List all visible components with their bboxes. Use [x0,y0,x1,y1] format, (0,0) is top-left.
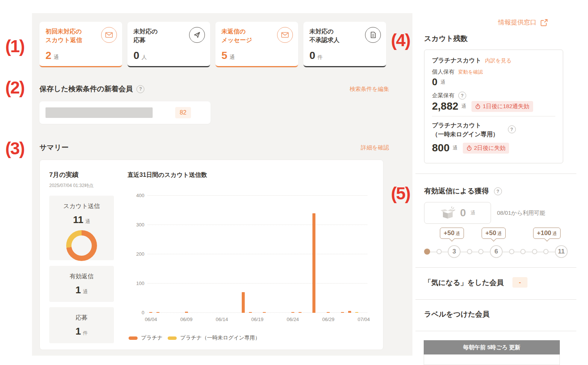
gridline: 0 [147,312,367,313]
saved-search-header: 保存した検索条件の新着会員 ? 検索条件を編集 [39,84,389,94]
card-unattended-applications[interactable]: 未対応の応募 0人 [127,22,210,67]
bar-06/25 [299,312,302,313]
stat-unit: 通 [85,218,90,225]
card-unit: 件 [318,54,323,61]
redacted-search-name [45,107,153,118]
summary-timestamp: 2025/07/04 01:32時点 [49,182,93,189]
stat-value: 1 [76,284,81,296]
stat-unit: 通 [83,288,88,295]
change-check-link[interactable]: 変動を確認 [458,69,483,75]
bar-06/27 [312,213,315,313]
help-icon[interactable]: ? [136,85,144,93]
progress-node [467,249,472,254]
temp-expiry-badge: 2日後に失効 [463,143,509,154]
y-axis-tick-label: 200 [128,251,144,257]
milestone-node-3: 3 [448,245,461,258]
kininaru-members-title: 「気になる」をした会員 - [424,277,527,288]
x-axis-tick-label: 06/04 [139,317,162,322]
legend-item-platinum-temp: プラチナ（一時未ログイン専用） [168,335,260,341]
kininaru-count-badge: - [512,277,527,288]
acquisition-value: 0 [460,207,466,219]
bar-06/09 [185,312,188,313]
help-icon[interactable]: ? [508,125,516,133]
new-members-count-badge: 82 [175,107,191,118]
labeled-members-title: ラベルをつけた会員 [424,309,489,319]
mail-icon [277,27,293,43]
milestone-progress-track: 3611 [424,245,568,258]
stat-unit: 件 [83,330,88,336]
saved-search-title: 保存した検索条件の新着会員 [39,84,133,94]
card-value: 2 [45,50,52,62]
bar-06/05 [156,312,159,313]
y-axis-tick-label: 400 [128,193,144,198]
x-axis-tick-label: 06/29 [317,317,339,322]
summary-title: サマリー [39,143,68,152]
progress-node [520,249,526,254]
acquisition-title: 有効返信による獲得 ? [424,186,502,196]
y-axis-tick-label: 0 [128,310,144,315]
card-value: 0 [133,50,139,62]
legend-item-platinum: プラチナ [129,335,162,341]
sidebar-divider [415,173,576,174]
gridline: 400 [147,195,367,196]
acquisition-unit: 通 [470,210,475,216]
sidebar-divider [415,299,576,300]
help-icon[interactable]: ? [494,187,502,195]
saved-search-row[interactable]: 82 [39,101,211,124]
chart-legend: プラチナ プラチナ（一時未ログイン専用） [129,335,260,341]
panel-divider [432,116,555,116]
milestone-badge-100: +100通 [533,228,561,239]
card-unit: 通 [230,54,235,61]
document-icon [365,27,381,43]
availability-note: 08/01から利用可能 [497,210,545,217]
sidebar-divider [415,331,576,331]
timer-icon [475,104,480,109]
progress-node [424,249,430,255]
scout-bar-chart: 010020030040006/0406/0906/1406/1906/2406… [147,196,367,313]
info-desk-link[interactable]: 情報提供窓口 [498,18,548,27]
scout-donut-chart [66,230,97,261]
x-axis-tick-label: 07/04 [353,317,375,322]
help-icon[interactable]: ? [458,92,466,100]
bar-06/18 [249,312,252,313]
progress-node [543,249,549,254]
gridline: 100 [147,283,367,284]
card-unreplied-messages[interactable]: 未返信のメッセージ 5通 [215,22,298,67]
card-unattended-scout-replies[interactable]: 初回未対応のスカウト返信 2通 [39,22,122,67]
card-value: 0 [309,50,315,62]
stat-value: 11 [73,214,83,226]
summary-detail-link[interactable]: 詳細を確認 [361,144,389,151]
x-axis-tick-label: 06/19 [246,317,269,322]
update-schedule-bar: 毎朝午前 5時ごろ 更新 [424,340,560,354]
bar-07/03 [355,312,358,313]
gift-box-icon [440,207,456,219]
annotation-3: (3) [5,138,24,158]
stat-label: スカウト送信 [49,202,114,210]
annotation-4: (4) [391,30,410,50]
bar-06/29 [327,312,330,313]
y-axis-tick-label: 300 [128,222,144,228]
temp-scout-value: 800 [432,142,450,154]
card-unattended-rejected-jobs[interactable]: 未対応の不承認求人 0件 [303,22,386,67]
summary-header: サマリー 詳細を確認 [39,143,389,152]
breakdown-link[interactable]: 内訳を見る [485,57,512,64]
stat-label: 応募 [49,314,114,322]
annotation-1: (1) [5,36,24,56]
annotation-2: (2) [5,77,24,98]
info-desk-label: 情報提供窓口 [498,18,536,27]
stat-scout-sent: スカウト送信 11通 [49,196,114,260]
month-results-title: 7月の実績 [49,170,79,179]
milestone-node-11: 11 [555,245,568,258]
card-unit: 通 [54,54,59,61]
milestone-badge-50-2: +50通 [482,228,506,239]
x-axis-tick-label: 06/09 [175,317,198,322]
platinum-temp-label: プラチナスカウト （一時未ログイン専用） [432,121,499,139]
gridline: 200 [147,254,367,254]
company-holding-label: 企業保有 [432,92,455,99]
stat-label: 有効返信 [49,273,114,281]
company-expiry-badge: 1日後に182通失効 [471,101,533,112]
summary-panel: 7月の実績 2025/07/04 01:32時点 スカウト送信 11通 有効返信… [39,160,383,350]
edit-search-conditions-link[interactable]: 検索条件を編集 [350,86,389,93]
progress-node [532,249,537,254]
top-stat-cards: 初回未対応のスカウト返信 2通 未対応の応募 0人 未返信のメッセージ 5通 [39,22,386,67]
